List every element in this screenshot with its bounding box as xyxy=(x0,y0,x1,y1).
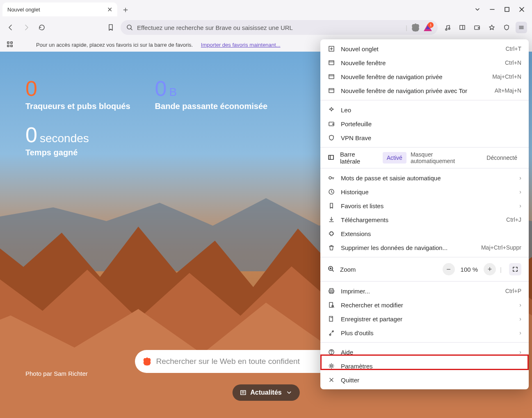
brave-rewards-icon[interactable]: 1 xyxy=(424,24,432,31)
chevron-right-icon: › xyxy=(519,349,521,355)
sparkle-icon xyxy=(328,107,335,113)
sidebar-segmented[interactable]: Activé Masquer automatiquement Déconnect… xyxy=(383,149,521,167)
zoom-out-button[interactable]: − xyxy=(443,263,455,275)
chevron-right-icon: › xyxy=(519,329,521,336)
svg-rect-24 xyxy=(329,61,334,65)
zoom-in-button[interactable]: + xyxy=(484,263,496,275)
menu-bookmarks[interactable]: Favoris et listes › xyxy=(320,199,529,213)
sidebar-toggle-icon[interactable] xyxy=(457,22,468,33)
sidebar-opt-off[interactable]: Déconnecté xyxy=(482,152,521,164)
svg-rect-18 xyxy=(240,391,245,395)
chevron-right-icon: › xyxy=(519,189,521,195)
shield-icon xyxy=(328,134,335,141)
fullscreen-button[interactable] xyxy=(509,263,521,275)
tabs-dropdown-icon[interactable] xyxy=(474,6,481,13)
search-icon xyxy=(126,24,133,31)
menu-clear-data[interactable]: Supprimer les données de navigation... M… xyxy=(320,241,529,254)
bandwidth-value: 0B xyxy=(155,76,268,101)
key-icon xyxy=(328,175,335,181)
leo-icon[interactable] xyxy=(486,22,498,33)
tab-strip: Nouvel onglet ✕ ＋ xyxy=(0,0,532,17)
bookmark-icon[interactable] xyxy=(105,22,116,33)
incognito-icon xyxy=(328,73,335,80)
minimize-icon[interactable] xyxy=(489,6,496,13)
svg-rect-17 xyxy=(11,45,12,47)
close-tab-icon[interactable]: ✕ xyxy=(107,6,112,14)
menu-leo[interactable]: Leo xyxy=(320,103,529,117)
svg-point-55 xyxy=(331,365,332,367)
chevron-right-icon: › xyxy=(519,316,521,322)
menu-more-tools[interactable]: Plus d'outils › xyxy=(320,326,529,340)
svg-rect-14 xyxy=(7,42,9,43)
apps-icon[interactable] xyxy=(7,41,13,49)
chevron-right-icon: › xyxy=(519,175,521,181)
close-window-icon[interactable] xyxy=(518,6,525,13)
menu-new-private[interactable]: Nouvelle fenêtre de navigation privée Ma… xyxy=(320,70,529,84)
sidebar-icon xyxy=(328,154,334,162)
time-value: 0secondes xyxy=(25,123,267,147)
wallet-menu-icon xyxy=(328,120,335,127)
menu-history[interactable]: Historique › xyxy=(320,185,529,199)
printer-icon xyxy=(328,288,335,294)
svg-point-7 xyxy=(448,28,450,30)
browser-tab[interactable]: Nouvel onglet ✕ xyxy=(2,2,117,16)
trackers-label: Traqueurs et pubs bloqués xyxy=(25,102,130,111)
menu-save-share[interactable]: Enregistrer et partager › xyxy=(320,312,529,326)
stats-panel: 0 Traqueurs et pubs bloqués 0B Bande pas… xyxy=(25,76,267,157)
menu-help[interactable]: Aide › xyxy=(320,345,529,359)
app-menu-button[interactable] xyxy=(516,22,527,33)
tor-icon xyxy=(328,87,335,94)
menu-quit[interactable]: Quitter xyxy=(320,373,529,387)
puzzle-icon xyxy=(328,230,335,237)
zoom-value: 100 % xyxy=(459,266,480,273)
toolbar: Effectuez une recherche sur Brave ou sai… xyxy=(0,17,532,38)
close-icon xyxy=(328,377,335,383)
gear-icon xyxy=(328,363,335,369)
chevron-right-icon: › xyxy=(519,202,521,209)
sidebar-opt-on[interactable]: Activé xyxy=(383,152,406,164)
wallet-icon[interactable] xyxy=(471,22,483,33)
menu-find[interactable]: Rechercher et modifier › xyxy=(320,298,529,312)
menu-extensions[interactable]: Extensions xyxy=(320,227,529,241)
import-bookmarks-link[interactable]: Importer des favoris maintenant... xyxy=(201,42,281,48)
svg-rect-47 xyxy=(330,292,333,293)
chevron-down-icon xyxy=(286,389,292,396)
menu-new-window[interactable]: Nouvelle fenêtre Ctrl+N xyxy=(320,56,529,70)
svg-rect-8 xyxy=(460,25,465,30)
maximize-icon[interactable] xyxy=(503,6,511,13)
menu-print[interactable]: Imprimer... Ctrl+P xyxy=(320,284,529,298)
svg-line-50 xyxy=(333,307,334,308)
toolbar-extensions xyxy=(442,22,527,33)
bookmark-hint: Pour un accès rapide, placez vos favoris… xyxy=(36,42,193,48)
menu-new-tor[interactable]: Nouvelle fenêtre de navigation privée av… xyxy=(320,84,529,98)
vpn-icon[interactable] xyxy=(501,22,512,33)
news-button[interactable]: Actualités xyxy=(232,384,299,401)
news-label: Actualités xyxy=(250,389,281,396)
menu-new-tab[interactable]: Nouvel onglet Ctrl+T xyxy=(320,42,529,56)
new-tab-button[interactable]: ＋ xyxy=(120,4,131,15)
url-bar[interactable]: Effectuez une recherche sur Brave ou sai… xyxy=(121,20,438,35)
forward-button[interactable] xyxy=(21,22,32,33)
svg-point-33 xyxy=(329,177,331,179)
menu-wallet[interactable]: Portefeuille xyxy=(320,117,529,131)
back-button[interactable] xyxy=(5,22,16,33)
history-icon xyxy=(328,189,335,195)
reload-button[interactable] xyxy=(36,22,48,33)
url-placeholder: Effectuez une recherche sur Brave ou sai… xyxy=(137,24,293,31)
zoom-icon xyxy=(328,266,334,273)
trackers-value: 0 xyxy=(25,76,130,101)
menu-sidebar: Barre latérale Activé Masquer automatiqu… xyxy=(320,150,529,166)
music-icon[interactable] xyxy=(442,22,453,33)
photo-credit: Photo par Sam Richter xyxy=(25,370,88,377)
menu-passwords[interactable]: Mots de passe et saisie automatique › xyxy=(320,171,529,185)
brave-shields-icon[interactable] xyxy=(411,23,420,32)
sidebar-opt-autohide[interactable]: Masquer automatiquement xyxy=(406,149,482,167)
rewards-badge: 1 xyxy=(428,22,434,28)
menu-settings[interactable]: Paramètres xyxy=(320,359,529,373)
new-tab-icon xyxy=(328,45,335,52)
svg-rect-51 xyxy=(329,316,333,321)
svg-point-6 xyxy=(445,29,447,30)
menu-downloads[interactable]: Téléchargements Ctrl+J xyxy=(320,213,529,227)
svg-rect-15 xyxy=(11,42,12,43)
menu-vpn[interactable]: VPN Brave xyxy=(320,131,529,145)
